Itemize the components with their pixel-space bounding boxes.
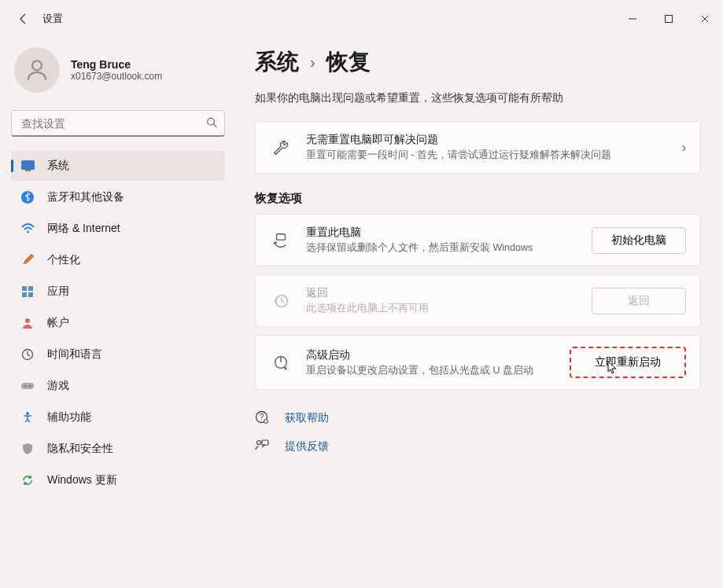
nav-label: 蓝牙和其他设备 xyxy=(47,190,124,204)
go-back-button: 返回 xyxy=(592,288,686,314)
nav-label: 辅助功能 xyxy=(47,410,91,424)
svg-rect-15 xyxy=(21,383,34,389)
user-name: Teng Bruce xyxy=(71,58,162,71)
accessibility-icon xyxy=(20,410,35,424)
breadcrumb: 系统 › 恢复 xyxy=(255,47,701,77)
link-label: 获取帮助 xyxy=(285,411,329,425)
svg-rect-5 xyxy=(21,161,34,170)
power-icon xyxy=(270,354,292,371)
search-input[interactable] xyxy=(11,110,225,137)
svg-point-2 xyxy=(32,61,42,70)
nav-label: 个性化 xyxy=(47,253,80,267)
card-desc: 此选项在此电脑上不再可用 xyxy=(306,302,577,315)
account-icon xyxy=(20,316,35,330)
system-icon xyxy=(20,159,35,173)
section-title: 恢复选项 xyxy=(255,191,701,206)
svg-point-13 xyxy=(25,318,30,323)
svg-line-4 xyxy=(214,124,217,127)
go-back-card: 返回 此选项在此电脑上不再可用 返回 xyxy=(255,274,701,327)
main-content: 系统 › 恢复 如果你的电脑出现问题或希望重置，这些恢复选项可能有所帮助 无需重… xyxy=(236,38,723,588)
svg-point-18 xyxy=(26,412,29,415)
user-email: x01673@outlook.com xyxy=(71,71,162,82)
advanced-startup-card: 高级启动 重启设备以更改启动设置，包括从光盘或 U 盘启动 立即重新启动 xyxy=(255,335,701,390)
update-icon xyxy=(20,473,35,487)
nav-label: 隐私和安全性 xyxy=(47,442,113,456)
card-title: 无需重置电脑即可解决问题 xyxy=(306,133,668,147)
svg-point-8 xyxy=(27,231,29,233)
maximize-button[interactable] xyxy=(651,0,687,38)
button-label: 立即重新启动 xyxy=(595,355,661,368)
svg-rect-19 xyxy=(277,233,286,239)
feedback-link[interactable]: 提供反馈 xyxy=(255,439,701,454)
svg-point-17 xyxy=(29,385,31,387)
nav-label: 应用 xyxy=(47,285,69,299)
chevron-right-icon: › xyxy=(310,53,315,72)
nav-bluetooth[interactable]: 蓝牙和其他设备 xyxy=(11,182,225,212)
back-button[interactable] xyxy=(14,9,33,28)
nav-privacy[interactable]: 隐私和安全性 xyxy=(11,434,225,464)
feedback-icon xyxy=(255,439,271,454)
brush-icon xyxy=(20,253,35,267)
troubleshoot-card[interactable]: 无需重置电脑即可解决问题 重置可能需要一段时间 - 首先，请尝试通过运行疑难解答… xyxy=(255,121,701,174)
reset-pc-button[interactable]: 初始化电脑 xyxy=(592,227,686,254)
reset-pc-card: 重置此电脑 选择保留或删除个人文件，然后重新安装 Windows 初始化电脑 xyxy=(255,214,701,266)
sidebar: Teng Bruce x01673@outlook.com 系统 蓝牙和其他设备… xyxy=(0,38,236,588)
card-desc: 选择保留或删除个人文件，然后重新安装 Windows xyxy=(306,241,577,255)
clock-icon xyxy=(20,347,35,362)
nav-label: 时间和语言 xyxy=(47,347,102,362)
minimize-button[interactable] xyxy=(614,0,651,38)
nav-accounts[interactable]: 帐户 xyxy=(11,308,225,338)
nav-time[interactable]: 时间和语言 xyxy=(11,340,225,369)
reset-icon xyxy=(270,232,292,249)
svg-point-16 xyxy=(24,385,26,387)
breadcrumb-current: 恢复 xyxy=(326,47,371,77)
titlebar: 设置 xyxy=(0,0,723,38)
wifi-icon xyxy=(20,222,35,236)
nav-label: 系统 xyxy=(47,159,69,173)
svg-text:?: ? xyxy=(260,413,264,421)
card-desc: 重置可能需要一段时间 - 首先，请尝试通过运行疑难解答来解决问题 xyxy=(306,149,668,162)
nav-gaming[interactable]: 游戏 xyxy=(11,371,225,401)
svg-rect-10 xyxy=(28,286,33,291)
svg-rect-27 xyxy=(262,440,268,445)
svg-rect-12 xyxy=(28,292,33,297)
card-desc: 重启设备以更改启动设置，包括从光盘或 U 盘启动 xyxy=(306,364,555,377)
help-icon: ? xyxy=(255,410,271,426)
nav-label: 网络 & Internet xyxy=(47,222,120,236)
wrench-icon xyxy=(270,139,292,156)
nav-label: 帐户 xyxy=(47,316,69,330)
history-icon xyxy=(270,292,292,310)
restart-now-button[interactable]: 立即重新启动 xyxy=(570,347,686,378)
nav-personalization[interactable]: 个性化 xyxy=(11,245,225,275)
card-title: 重置此电脑 xyxy=(306,226,577,240)
shield-icon xyxy=(20,442,35,456)
nav-network[interactable]: 网络 & Internet xyxy=(11,214,225,244)
svg-rect-1 xyxy=(666,16,673,23)
apps-icon xyxy=(20,285,35,299)
close-button[interactable] xyxy=(687,0,723,38)
nav-apps[interactable]: 应用 xyxy=(11,277,225,307)
svg-point-3 xyxy=(208,118,215,125)
window-controls xyxy=(614,0,723,38)
avatar xyxy=(14,47,60,93)
user-block[interactable]: Teng Bruce x01673@outlook.com xyxy=(11,44,225,107)
search-wrap xyxy=(11,110,225,137)
nav-system[interactable]: 系统 xyxy=(11,151,225,181)
link-label: 提供反馈 xyxy=(285,439,329,454)
nav-label: Windows 更新 xyxy=(47,473,117,487)
bluetooth-icon xyxy=(20,190,35,204)
card-title: 高级启动 xyxy=(306,348,555,362)
gaming-icon xyxy=(20,379,35,393)
app-title: 设置 xyxy=(42,12,63,26)
page-lead: 如果你的电脑出现问题或希望重置，这些恢复选项可能有所帮助 xyxy=(255,91,701,105)
footer-links: ? 获取帮助 提供反馈 xyxy=(255,410,701,454)
nav-update[interactable]: Windows 更新 xyxy=(11,465,225,495)
nav-list: 系统 蓝牙和其他设备 网络 & Internet 个性化 应用 帐户 时间和语言… xyxy=(11,151,225,495)
svg-point-26 xyxy=(257,441,261,445)
svg-rect-6 xyxy=(25,170,31,171)
nav-label: 游戏 xyxy=(47,379,69,393)
get-help-link[interactable]: ? 获取帮助 xyxy=(255,410,701,426)
breadcrumb-parent[interactable]: 系统 xyxy=(255,47,299,77)
svg-rect-11 xyxy=(22,292,27,297)
nav-accessibility[interactable]: 辅助功能 xyxy=(11,402,225,432)
